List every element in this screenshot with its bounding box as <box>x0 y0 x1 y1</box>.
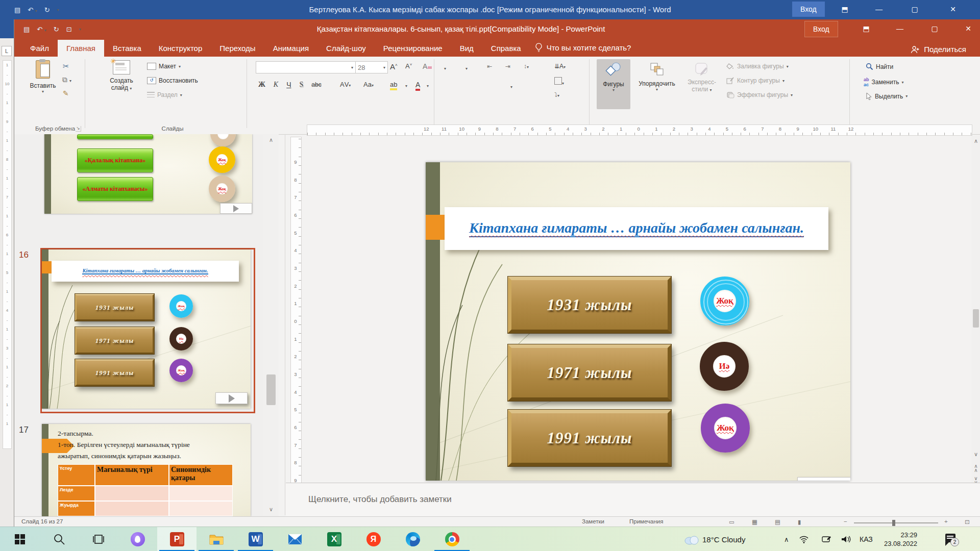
grow-font-icon[interactable]: А˄ <box>390 62 398 71</box>
slide-title-banner[interactable]: Кітапхана ғимараты … арнайы жобамен салы… <box>445 207 828 250</box>
numbering-icon[interactable]: ▾ <box>465 63 468 72</box>
clock[interactable]: 23:29 23.08.2022 <box>884 527 917 551</box>
thumbnail-slide-17[interactable]: 2-тапсырма. 1-топ. Берілген үстеулерді м… <box>42 424 251 516</box>
bullets-icon[interactable]: ▾ <box>444 63 446 72</box>
text-highlight-icon[interactable]: аb <box>390 81 397 90</box>
thumbnail-slide-16-selected[interactable]: Кітапхана ғимараты … арнайы жобамен салы… <box>40 248 255 413</box>
new-slide-button[interactable]: ✳ Создать слайд ▾ <box>102 60 141 91</box>
view-slideshow-icon[interactable]: ▮ <box>798 518 801 525</box>
change-case-icon[interactable]: Аа▾ <box>363 81 374 88</box>
font-color-icon[interactable]: А <box>415 81 420 91</box>
font-color-caret-icon[interactable]: ▾ <box>427 84 429 88</box>
start-button[interactable] <box>0 527 39 551</box>
taskbar-edge-button[interactable] <box>393 527 432 551</box>
scrollbar-thumb[interactable] <box>973 309 979 328</box>
save-icon[interactable]: ▤ <box>23 26 30 33</box>
taskbar-search-button[interactable] <box>39 527 79 551</box>
thumbnails-scrollbar[interactable]: ∧ ∨ <box>263 135 279 515</box>
view-normal-icon[interactable]: ▭ <box>729 518 734 525</box>
fit-to-window-icon[interactable]: ⊡ <box>965 518 970 525</box>
ppt-maximize-button[interactable]: ▢ <box>923 20 946 37</box>
action-center-button[interactable]: 2 <box>945 527 958 551</box>
align-text-icon[interactable]: ▾ <box>554 77 564 87</box>
text-direction-icon[interactable]: ⇊А▾ <box>554 63 566 70</box>
tab-slideshow[interactable]: Слайд-шоу <box>317 40 375 57</box>
arrange-button[interactable]: Упорядочить ▾ <box>633 59 680 92</box>
cut-icon[interactable]: ✂ <box>63 62 69 71</box>
qat-customize-icon[interactable]: ▾ <box>79 27 81 32</box>
shape-fill-button[interactable]: Заливка фигуры▾ <box>726 63 789 70</box>
tab-review[interactable]: Рецензирование <box>375 40 451 57</box>
wifi-icon[interactable] <box>799 527 809 551</box>
taskbar-explorer-button[interactable] <box>197 527 236 551</box>
zoom-in-icon[interactable]: + <box>944 518 948 524</box>
horizontal-ruler[interactable]: 1211109876543210123456789101112 <box>307 124 972 136</box>
shapes-button[interactable]: Фигуры ▾ <box>597 59 630 109</box>
scrollbar-thumb[interactable] <box>266 374 276 405</box>
zoom-out-icon[interactable]: − <box>844 518 847 524</box>
view-sorter-icon[interactable]: ▦ <box>752 518 757 525</box>
answer-donut-cyan[interactable]: Жоқ <box>700 277 749 325</box>
notes-toggle[interactable]: Заметки <box>582 518 604 524</box>
scroll-up-icon[interactable]: ∧ <box>971 138 980 144</box>
font-style-button[interactable]: Ж <box>258 81 265 89</box>
taskbar-yandex-button[interactable]: Я <box>354 527 393 551</box>
play-button[interactable] <box>797 477 850 481</box>
layout-button[interactable]: Макет▾ <box>147 63 181 70</box>
format-painter-icon[interactable]: ✎ <box>63 89 69 97</box>
word-maximize-button[interactable]: ▢ <box>903 1 926 18</box>
view-reading-icon[interactable]: ▤ <box>775 518 780 525</box>
redo-icon[interactable]: ↻ <box>54 26 59 33</box>
slide-canvas[interactable]: Кітапхана ғимараты … арнайы жобамен салы… <box>426 162 850 481</box>
character-spacing-icon[interactable]: АV▾ <box>340 81 351 88</box>
section-button[interactable]: Раздел▾ <box>147 91 182 98</box>
word-close-button[interactable]: ✕ <box>942 1 964 18</box>
answer-donut-purple[interactable]: Жоқ <box>701 404 750 453</box>
taskbar-powerpoint-button[interactable]: P <box>157 527 197 551</box>
font-size-combo[interactable]: 28▾ <box>355 61 388 73</box>
taskbar-excel-button[interactable]: X <box>314 527 354 551</box>
ink-workspace-icon[interactable] <box>822 527 831 551</box>
tab-animations[interactable]: Анимация <box>264 40 317 57</box>
shape-effects-button[interactable]: Эффекты фигуры▾ <box>726 91 793 98</box>
previous-slide-icon[interactable]: ∧∧ <box>971 464 980 472</box>
clear-formatting-icon[interactable]: А <box>423 62 432 70</box>
task-view-button[interactable] <box>79 527 118 551</box>
decrease-indent-icon[interactable]: ⇤ <box>487 63 492 70</box>
scroll-down-icon[interactable]: ∨ <box>263 506 279 513</box>
year-button-1931[interactable]: 1931 жылы <box>508 277 671 333</box>
tab-design[interactable]: Конструктор <box>150 40 211 57</box>
pane-splitter[interactable] <box>285 134 285 515</box>
answer-donut-brown[interactable]: Иә <box>700 342 749 391</box>
undo-icon[interactable]: ↶ ▾ <box>37 26 46 33</box>
year-button-1971[interactable]: 1971 жылы <box>508 344 671 401</box>
find-button[interactable]: Найти <box>866 63 893 70</box>
quick-styles-button[interactable]: Экспресс- стили ▾ <box>683 59 720 93</box>
share-button[interactable]: Поделиться <box>911 45 966 54</box>
vertical-ruler[interactable]: 9876543210123456789 <box>290 137 302 485</box>
reset-button[interactable]: ↺ Восстановить <box>147 77 198 84</box>
year-button-1991[interactable]: 1991 жылы <box>508 410 671 466</box>
paste-button[interactable]: Вставить ▾ <box>27 60 59 94</box>
comments-toggle[interactable]: Примечания <box>629 518 663 524</box>
tab-insert[interactable]: Вставка <box>104 40 150 57</box>
ppt-ribbon-options-icon[interactable]: ⬒ <box>855 20 877 37</box>
notes-pane[interactable]: Щелкните, чтобы добавить заметки <box>286 483 980 517</box>
zoom-slider-handle[interactable] <box>892 520 895 526</box>
taskbar-chrome-button[interactable] <box>432 527 472 551</box>
slide-scrollbar[interactable]: ∧ ∨ ∧∧ ∨∨ <box>971 136 980 488</box>
scroll-down-icon[interactable]: ∨ <box>971 451 980 458</box>
tray-show-hidden-icons[interactable]: ∧ <box>784 527 789 551</box>
shape-outline-button[interactable]: Контур фигуры▾ <box>726 77 785 84</box>
font-style-button[interactable]: S <box>299 81 303 89</box>
word-signin-button[interactable]: Вход <box>792 2 825 17</box>
weather-widget[interactable]: 18°C Cloudy <box>684 527 745 551</box>
tab-help[interactable]: Справка <box>482 40 530 57</box>
start-slideshow-icon[interactable]: ⊡ <box>66 26 72 33</box>
line-spacing-icon[interactable]: ↕▾ <box>524 63 529 70</box>
select-button[interactable]: Выделить▾ <box>866 92 908 100</box>
tell-me-box[interactable]: Что вы хотите сделать? <box>530 39 636 57</box>
word-tab-selector[interactable]: L <box>2 46 12 56</box>
tab-transitions[interactable]: Переходы <box>211 40 264 57</box>
keyboard-language[interactable]: КАЗ <box>860 527 873 551</box>
